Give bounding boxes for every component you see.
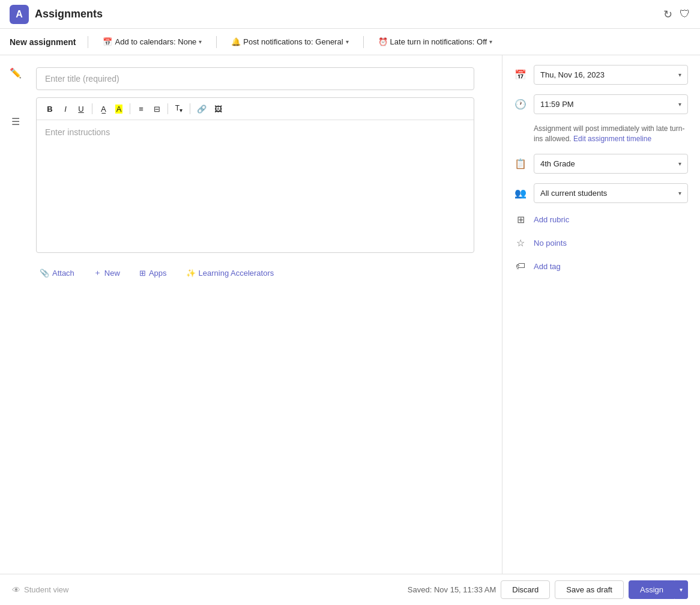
add-to-calendars-button[interactable]: 📅 Add to calendars: None ▾ <box>100 36 204 47</box>
format-button[interactable]: T▾ <box>172 102 186 116</box>
plus-icon: ＋ <box>94 267 101 278</box>
post-notifications-button[interactable]: 🔔 Post notifications to: General ▾ <box>229 36 351 47</box>
app-title: Assignments <box>35 8 103 20</box>
due-time-row: 🕐 11:59 PM ▾ <box>514 94 688 114</box>
due-time-chevron: ▾ <box>678 101 681 108</box>
editor-body[interactable]: Enter instructions <box>37 120 474 252</box>
points-row: ☆ No points <box>514 236 688 250</box>
late-turn-in-button[interactable]: ⏰ Late turn in notifications: Off ▾ <box>376 36 495 47</box>
content-area: B I U A̲ A ≡ <box>36 67 490 574</box>
editor-toolbar: B I U A̲ A ≡ <box>37 98 474 120</box>
footer-right: Saved: Nov 15, 11:33 AM Discard Save as … <box>408 580 688 599</box>
main-content: ✏️ ☰ B I U A̲ A <box>0 55 700 574</box>
shield-button[interactable]: 🛡 <box>680 8 690 20</box>
refresh-button[interactable]: ↻ <box>663 8 672 21</box>
calendar-icon: 📅 <box>103 37 112 46</box>
ed-sep-3 <box>167 103 168 114</box>
calendar-field-icon: 📅 <box>514 69 527 81</box>
highlight-button[interactable]: A <box>112 102 126 116</box>
image-button[interactable]: 🖼 <box>211 102 225 116</box>
notifications-chevron: ▾ <box>346 38 349 45</box>
ed-sep-4 <box>190 103 190 114</box>
toolbar-separator-3 <box>363 36 364 48</box>
attach-button[interactable]: 📎 Attach <box>36 266 78 280</box>
add-tag-button[interactable]: Add tag <box>534 260 561 273</box>
ed-sep-1 <box>92 103 92 114</box>
font-color-button[interactable]: A̲ <box>96 102 110 116</box>
app-icon: A <box>10 5 29 24</box>
students-row: 👥 All current students ▾ <box>514 183 688 203</box>
add-rubric-button[interactable]: Add rubric <box>534 213 569 226</box>
due-date-control[interactable]: Thu, Nov 16, 2023 ▾ <box>534 65 688 85</box>
due-time-control[interactable]: 11:59 PM ▾ <box>534 94 688 114</box>
tag-field-icon: 🏷 <box>514 261 527 272</box>
late-turn-label: Late turn in notifications: Off <box>390 37 487 46</box>
title-input[interactable] <box>36 67 474 90</box>
eye-icon: 👁 <box>12 585 20 595</box>
students-value: All current students <box>540 189 607 198</box>
edit-timeline-link[interactable]: Edit assignment timeline <box>573 135 651 143</box>
list-icon: ☰ <box>11 117 20 127</box>
new-button[interactable]: ＋ New <box>90 265 124 281</box>
apps-button[interactable]: ⊞ Apps <box>136 266 170 280</box>
footer-left: 👁 Student view <box>12 585 68 595</box>
due-date-chevron: ▾ <box>678 71 681 78</box>
font-color-icon: A̲ <box>101 105 106 114</box>
save-draft-button[interactable]: Save as draft <box>555 580 624 599</box>
saved-text: Saved: Nov 15, 11:33 AM <box>408 585 496 594</box>
attach-row: 📎 Attach ＋ New ⊞ Apps ✨ Learning Acceler… <box>36 260 474 285</box>
rubric-row: ⊞ Add rubric <box>514 213 688 226</box>
numbered-list-icon: ⊟ <box>154 105 160 114</box>
italic-button[interactable]: I <box>58 102 73 116</box>
learning-accelerators-label: Learning Accelerators <box>199 269 274 278</box>
edit-side-icon[interactable]: ✏️ <box>10 67 22 79</box>
refresh-icon: ↻ <box>663 8 672 20</box>
rubric-field-icon: ⊞ <box>514 214 527 225</box>
no-points-button[interactable]: No points <box>534 236 567 250</box>
left-panel: B I U A̲ A ≡ <box>0 55 502 574</box>
add-tag-label: Add tag <box>534 262 561 271</box>
late-turn-chevron: ▾ <box>489 38 492 45</box>
link-button[interactable]: 🔗 <box>194 102 210 116</box>
grade-control[interactable]: 4th Grade ▾ <box>534 154 688 174</box>
bullet-list-button[interactable]: ≡ <box>134 102 148 116</box>
new-assignment-label: New assignment <box>10 37 76 47</box>
notifications-label: Post notifications to: General <box>243 37 343 46</box>
underline-button[interactable]: U <box>74 102 88 116</box>
assign-chevron-icon: ▾ <box>680 586 683 593</box>
shield-icon: 🛡 <box>680 8 690 20</box>
footer: 👁 Student view Saved: Nov 15, 11:33 AM D… <box>0 574 700 605</box>
learning-icon: ✨ <box>186 269 196 278</box>
notification-icon: 🔔 <box>231 37 241 46</box>
grade-value: 4th Grade <box>540 159 575 168</box>
no-points-label: No points <box>534 239 567 248</box>
assign-chevron-button[interactable]: ▾ <box>675 580 688 599</box>
bold-button[interactable]: B <box>43 102 57 116</box>
clock-field-icon: 🕐 <box>514 99 527 110</box>
assign-group: Assign ▾ <box>629 580 688 599</box>
pencil-icon: ✏️ <box>10 68 22 78</box>
assignment-info-text: Assignment will post immediately with la… <box>534 124 688 144</box>
grade-row: 📋 4th Grade ▾ <box>514 154 688 174</box>
app-header-left: A Assignments <box>10 5 103 24</box>
numbered-list-button[interactable]: ⊟ <box>149 102 164 116</box>
calendar-chevron: ▾ <box>199 38 202 45</box>
tag-row: 🏷 Add tag <box>514 260 688 273</box>
image-icon: 🖼 <box>214 105 222 114</box>
ed-sep-2 <box>130 103 130 114</box>
list-side-icon[interactable]: ☰ <box>10 116 22 127</box>
right-panel: 📅 Thu, Nov 16, 2023 ▾ 🕐 11:59 PM ▾ Assig… <box>502 55 700 574</box>
attach-icon: 📎 <box>40 269 49 278</box>
learning-accelerators-button[interactable]: ✨ Learning Accelerators <box>183 266 278 280</box>
due-date-value: Thu, Nov 16, 2023 <box>540 70 605 79</box>
discard-button[interactable]: Discard <box>501 580 550 599</box>
assign-button[interactable]: Assign <box>629 580 675 599</box>
instructions-placeholder: Enter instructions <box>45 127 110 137</box>
add-rubric-label: Add rubric <box>534 215 569 224</box>
apps-icon: ⊞ <box>139 269 146 278</box>
students-chevron: ▾ <box>678 190 681 196</box>
students-control[interactable]: All current students ▾ <box>534 183 688 203</box>
students-field-icon: 👥 <box>514 187 527 199</box>
header-icons: ↻ 🛡 <box>663 8 690 21</box>
student-view-label: Student view <box>24 585 68 594</box>
